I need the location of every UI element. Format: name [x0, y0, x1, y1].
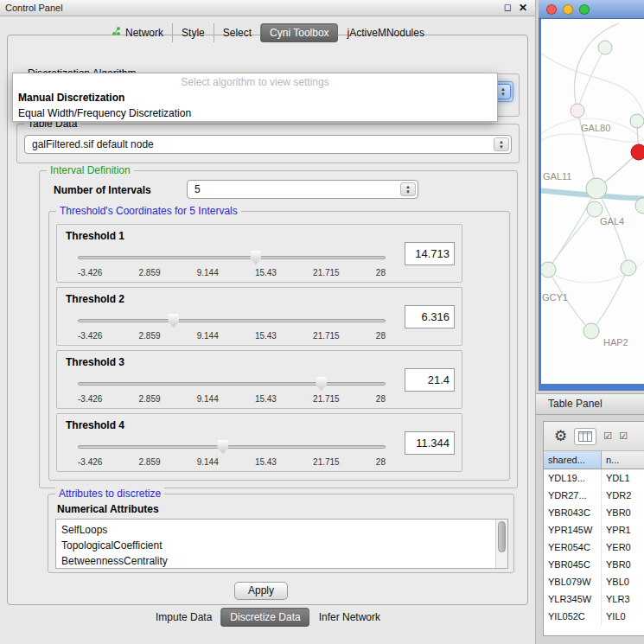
numerical-attributes-list[interactable]: SelfLoops TopologicalCoefficient Between…	[55, 519, 508, 569]
tab-infer-network[interactable]: Infer Network	[309, 608, 389, 627]
list-item[interactable]: SelfLoops	[56, 522, 507, 538]
threshold-3-slider[interactable]	[78, 375, 386, 392]
tab-network[interactable]: Network	[103, 23, 172, 42]
minimize-traffic-light[interactable]	[563, 4, 573, 15]
apply-button[interactable]: Apply	[234, 582, 288, 600]
column-header-name[interactable]: n...	[602, 451, 644, 469]
scrollbar-thumb[interactable]	[498, 521, 506, 552]
table-cell[interactable]: YBR043C	[544, 504, 602, 521]
tick-label: 15.43	[255, 457, 277, 467]
table-row[interactable]: YLR345WYLR3	[544, 590, 644, 608]
slider-track[interactable]	[78, 319, 386, 322]
node-label-gal80: GAL80	[581, 123, 610, 133]
network-window-titlebar[interactable]	[539, 0, 644, 19]
table-row[interactable]: YBR043CYBR0	[544, 504, 644, 521]
tick-label: -3.426	[78, 331, 102, 341]
checkbox-icon[interactable]	[603, 430, 612, 442]
close-window-icon[interactable]	[519, 2, 527, 14]
table-cell[interactable]: YER054C	[544, 539, 602, 556]
tab-label: Cyni Toolbox	[270, 27, 328, 39]
table-row[interactable]: YIL052CYIL0	[544, 608, 644, 625]
table-cell[interactable]: YBL079W	[544, 573, 602, 590]
zoom-traffic-light[interactable]	[579, 4, 590, 15]
threshold-2-value-field[interactable]: 6.316	[405, 305, 455, 328]
threshold-label: Threshold 1	[66, 230, 124, 242]
table-data-combobox[interactable]: galFiltered.sif default node	[24, 135, 512, 154]
table-toolbar	[544, 422, 644, 451]
threshold-3-value-field[interactable]: 21.4	[405, 368, 455, 392]
slider-handle[interactable]	[250, 251, 261, 265]
network-icon	[112, 27, 121, 39]
slider-handle[interactable]	[217, 440, 228, 454]
checkbox-icon[interactable]	[619, 430, 628, 442]
slider-track[interactable]	[78, 445, 386, 449]
table-cell[interactable]: YBR0	[602, 504, 644, 521]
slider-track[interactable]	[78, 256, 386, 259]
tick-label: 9.144	[197, 331, 219, 341]
tab-cyni-toolbox[interactable]: Cyni Toolbox	[260, 23, 337, 42]
table-cell[interactable]: YPR145W	[544, 521, 602, 539]
table-row[interactable]: YDL19...YDL1	[544, 469, 644, 487]
table-row[interactable]: YDR27...YDR2	[544, 487, 644, 504]
table-cell[interactable]: YDL19...	[544, 469, 602, 487]
table-cell[interactable]: YDR2	[602, 487, 644, 504]
attribute-table-body: YDL19...YDL1YDR27...YDR2YBR043CYBR0YPR14…	[544, 469, 644, 635]
algorithm-option-manual[interactable]: Manual Discretization	[13, 90, 497, 105]
tab-impute-data[interactable]: Impute Data	[147, 608, 220, 627]
columns-button[interactable]	[574, 428, 596, 445]
table-cell[interactable]: YER0	[602, 539, 644, 556]
table-cell[interactable]: YDL1	[602, 469, 644, 487]
threshold-1-value-field[interactable]: 14.713	[405, 242, 455, 265]
list-item[interactable]: TopologicalCoefficient	[56, 538, 507, 553]
list-item[interactable]: BetweennessCentrality	[56, 553, 507, 569]
slider-track[interactable]	[78, 382, 386, 386]
num-intervals-combobox[interactable]: 5	[187, 180, 418, 199]
table-row[interactable]: YER054CYER0	[544, 539, 644, 556]
column-header-shared-name[interactable]: shared...	[544, 451, 602, 469]
threshold-4-value-field[interactable]: 11.344	[405, 431, 455, 455]
table-cell[interactable]: YLR345W	[544, 590, 602, 608]
gear-icon[interactable]	[554, 427, 567, 445]
tab-discretize-data[interactable]: Discretize Data	[220, 608, 309, 627]
table-cell[interactable]: YBL0	[602, 573, 644, 590]
algorithm-option-equal-width[interactable]: Equal Width/Frequency Discretization	[13, 105, 497, 121]
combo-arrows-icon[interactable]	[494, 137, 509, 151]
threshold-2-slider[interactable]	[78, 312, 386, 329]
tab-jactivemnodules[interactable]: jActiveMNodules	[338, 23, 433, 42]
control-panel-titlebar[interactable]: Control Panel	[0, 0, 535, 16]
tick-label: 2.859	[139, 457, 161, 467]
tick-label: 21.715	[313, 394, 340, 404]
table-cell[interactable]: YBR0	[602, 556, 644, 573]
tab-label: Select	[223, 27, 252, 39]
tab-select[interactable]: Select	[214, 23, 260, 42]
slider-handle[interactable]	[168, 314, 179, 328]
tab-label: Infer Network	[319, 611, 380, 623]
table-cell[interactable]: YLR3	[602, 590, 644, 608]
table-row[interactable]: YBR045CYBR0	[544, 556, 644, 573]
algorithm-placeholder-item[interactable]: Select algorithm to view settings	[13, 73, 497, 90]
table-cell[interactable]: YIL0	[602, 608, 644, 625]
table-cell[interactable]: YIL052C	[544, 608, 602, 625]
network-canvas[interactable]: GAL80 GAL11 GAL4 GCY1 HAP2	[541, 19, 644, 384]
table-cell[interactable]: YPR1	[602, 521, 644, 539]
table-cell[interactable]: YDR27...	[544, 487, 602, 504]
node-label-gal4: GAL4	[600, 216, 624, 226]
threshold-1-slider[interactable]	[78, 249, 386, 266]
table-header-row: shared... n...	[544, 451, 644, 469]
tab-style[interactable]: Style	[172, 23, 214, 42]
interval-definition-group: Interval Definition Number of Intervals …	[39, 170, 518, 488]
slider-handle[interactable]	[316, 377, 327, 391]
tab-label: Impute Data	[156, 611, 212, 623]
table-cell[interactable]: YBR045C	[544, 556, 602, 573]
tick-label: 28	[376, 268, 386, 277]
table-row[interactable]: YBL079WYBL0	[544, 573, 644, 590]
close-traffic-light[interactable]	[546, 4, 557, 15]
combo-arrows-icon[interactable]	[400, 182, 416, 196]
float-window-icon[interactable]	[504, 2, 512, 13]
table-panel-header[interactable]: Table Panel	[536, 393, 644, 415]
table-row[interactable]: YPR145WYPR1	[544, 521, 644, 539]
threshold-4-slider[interactable]	[78, 438, 386, 456]
tick-label: 2.859	[139, 268, 161, 277]
slider-scale: -3.4262.8599.14415.4321.71528	[78, 268, 386, 277]
list-scrollbar[interactable]	[495, 520, 507, 568]
